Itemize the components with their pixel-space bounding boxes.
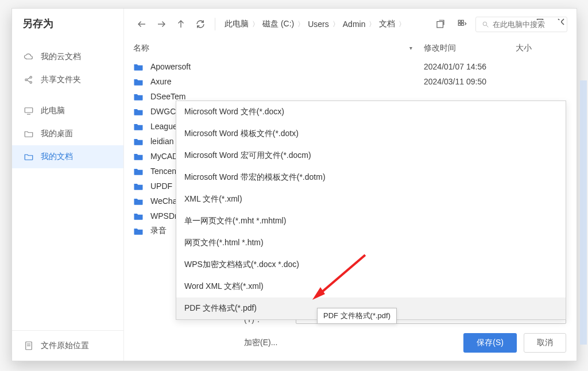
file-name: Axure: [150, 77, 424, 86]
svg-point-21: [483, 22, 486, 25]
svg-point-4: [30, 76, 32, 78]
folder-icon: [133, 121, 146, 132]
new-window-button[interactable]: [432, 16, 449, 33]
sidebar-item-my-docs[interactable]: 我的文档: [12, 145, 123, 168]
file-location-icon: [24, 341, 34, 351]
filetype-option[interactable]: 单一网页文件(*.mht *.mhtml): [176, 210, 566, 232]
filetype-option[interactable]: Word XML 文档(*.xml): [176, 276, 566, 297]
file-row[interactable]: Axure2024/03/11 09:50: [127, 74, 573, 89]
file-name: DSeeTem: [150, 92, 424, 101]
sort-indicator-icon: ▾: [409, 45, 412, 51]
folder-icon: [133, 136, 146, 146]
breadcrumb[interactable]: 此电脑〉 磁盘 (C:)〉 Users〉 Admin〉 文档〉: [221, 19, 430, 29]
filetype-dropdown[interactable]: Microsoft Word 文件(*.docx)Microsoft Word …: [176, 101, 566, 320]
file-date: 2024/03/11 09:50: [424, 77, 516, 86]
svg-line-22: [486, 25, 488, 27]
monitor-icon: [24, 106, 34, 116]
sidebar-item-label: 此电脑: [41, 106, 65, 116]
tooltip: PDF 文件格式(*.pdf): [317, 308, 397, 324]
sidebar-item-label: 文件原始位置: [41, 341, 89, 351]
breadcrumb-segment[interactable]: Admin: [343, 20, 366, 29]
folder-icon: [133, 151, 146, 161]
dialog-title-bar: 另存为: [12, 9, 123, 42]
folder-icon: [133, 166, 146, 176]
search-input[interactable]: [493, 20, 561, 29]
sidebar-item-cloud-docs[interactable]: 我的云文档: [12, 45, 123, 68]
svg-rect-18: [462, 20, 464, 22]
folder-icon: [24, 129, 34, 139]
clipped-background: [580, 80, 587, 345]
sidebar-item-shared[interactable]: 共享文件夹: [12, 68, 123, 91]
file-row[interactable]: Apowersoft2024/01/07 14:56: [127, 59, 573, 74]
refresh-button[interactable]: [192, 16, 209, 33]
sidebar-item-original-location[interactable]: 文件原始位置: [12, 334, 124, 357]
breadcrumb-segment[interactable]: 此电脑: [225, 19, 249, 29]
sidebar-item-label: 我的文档: [41, 152, 73, 162]
folder-icon: [133, 211, 146, 221]
svg-rect-20: [462, 24, 464, 26]
chevron-right-icon: 〉: [332, 20, 339, 29]
dialog-title: 另存为: [22, 17, 53, 30]
svg-line-6: [27, 78, 30, 79]
save-button[interactable]: 保存(S): [463, 333, 517, 353]
column-header-size[interactable]: 大小: [516, 43, 567, 53]
folder-icon: [133, 76, 146, 87]
folder-icon: [133, 61, 146, 72]
back-button[interactable]: [133, 16, 150, 33]
folder-icon: [133, 181, 146, 191]
folder-icon: [133, 106, 146, 117]
svg-rect-19: [458, 24, 461, 26]
encrypt-link[interactable]: 加密(E)...: [244, 338, 277, 348]
filetype-option[interactable]: XML 文件(*.xml): [176, 188, 566, 210]
breadcrumb-segment[interactable]: Users: [308, 20, 329, 29]
sidebar-item-desktop[interactable]: 我的桌面: [12, 122, 123, 145]
cloud-icon: [24, 52, 34, 62]
folder-icon: [133, 91, 146, 102]
file-name: Apowersoft: [150, 62, 424, 71]
filetype-option[interactable]: Microsoft Word 带宏的模板文件(*.dotm): [176, 167, 566, 188]
view-mode-button[interactable]: [454, 16, 471, 33]
forward-button[interactable]: [153, 16, 170, 33]
svg-rect-17: [458, 20, 461, 22]
file-date: 2024/01/07 14:56: [424, 62, 516, 71]
chevron-right-icon: 〉: [369, 20, 376, 29]
breadcrumb-segment[interactable]: 磁盘 (C:): [262, 19, 294, 29]
folder-icon: [24, 152, 34, 162]
svg-point-5: [30, 82, 32, 83]
cancel-button[interactable]: 取消: [524, 333, 566, 353]
filetype-option[interactable]: Microsoft Word 文件(*.docx): [176, 101, 566, 123]
sidebar-nav: 我的云文档 共享文件夹 此电脑 我的桌面 我的文档: [12, 42, 123, 172]
svg-point-3: [25, 79, 27, 80]
toolbar: 此电脑〉 磁盘 (C:)〉 Users〉 Admin〉 文档〉: [124, 9, 577, 40]
folder-icon: [133, 196, 146, 206]
sidebar-item-this-pc[interactable]: 此电脑: [12, 99, 123, 122]
column-header-name[interactable]: 名称 ▾: [133, 43, 424, 53]
filetype-option[interactable]: Microsoft Word 模板文件(*.dotx): [176, 123, 566, 145]
up-button[interactable]: [172, 16, 189, 33]
filetype-option[interactable]: 网页文件(*.html *.htm): [176, 232, 566, 254]
folder-icon: [133, 226, 146, 236]
filetype-option[interactable]: Microsoft Word 宏可用文件(*.docm): [176, 145, 566, 167]
svg-line-7: [27, 80, 30, 82]
column-header-modified[interactable]: 修改时间: [424, 43, 516, 53]
filetype-option[interactable]: WPS加密文档格式(*.docx *.doc): [176, 254, 566, 276]
sidebar-item-label: 共享文件夹: [41, 75, 81, 85]
list-header: 名称 ▾ 修改时间 大小: [124, 40, 577, 59]
share-icon: [24, 75, 34, 85]
chevron-right-icon: 〉: [399, 20, 405, 29]
chevron-right-icon: 〉: [252, 20, 259, 29]
sidebar-item-label: 我的桌面: [41, 129, 73, 139]
sidebar: 另存为 我的云文档 共享文件夹 此电脑 我的桌面: [12, 9, 124, 361]
breadcrumb-segment[interactable]: 文档: [379, 19, 395, 29]
search-icon: [482, 20, 489, 29]
chevron-right-icon: 〉: [297, 20, 304, 29]
search-box[interactable]: [475, 17, 567, 32]
svg-rect-8: [25, 108, 33, 113]
sidebar-item-label: 我的云文档: [41, 52, 81, 62]
svg-rect-16: [437, 22, 443, 28]
